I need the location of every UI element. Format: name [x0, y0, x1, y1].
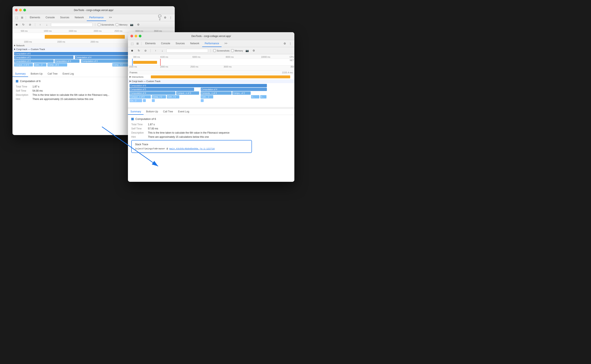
network-triangle-1: [14, 45, 15, 46]
window-controls-1: [15, 9, 26, 11]
screenshots-checkbox-2[interactable]: [213, 49, 216, 52]
flame-comp4a-2[interactable]: Computation of 4: [201, 88, 267, 91]
cursor-tool-2[interactable]: ⬚: [130, 41, 134, 46]
tab-bottomup-1[interactable]: Bottom-Up: [28, 71, 45, 77]
summary-row-selftime-2: Self Time 57.00 ms: [131, 127, 291, 130]
more-icon-2[interactable]: ⋮: [288, 41, 293, 46]
summary-row-desc-2: Description This is the time taken to ca…: [131, 131, 291, 134]
settings-perf-btn-1[interactable]: ⚙: [136, 22, 141, 27]
flame-comp6-2[interactable]: Computation of 6: [130, 84, 267, 87]
stack-trace-box-2: Stack Trace injectTimingsToBrowser @ mai…: [131, 140, 252, 153]
capture-btn-2[interactable]: 📷: [245, 48, 250, 53]
reload-btn-1[interactable]: ↻: [21, 22, 26, 27]
overview-track-2: NET: [128, 59, 294, 66]
tab-network-2[interactable]: Network: [188, 40, 202, 47]
flame-c1-2[interactable]: C...: [251, 95, 259, 98]
flame-com2-2[interactable]: Com... 2: [201, 95, 213, 98]
screenshots-checkbox-1[interactable]: [98, 23, 101, 26]
tab-sources-2[interactable]: Sources: [173, 40, 187, 47]
tab-bottomup-2[interactable]: Bottom-Up: [144, 109, 160, 115]
tab-network-1[interactable]: Network: [72, 14, 86, 21]
tab-performance-2[interactable]: Performance: [202, 40, 222, 47]
scrollbar-2[interactable]: [128, 107, 294, 109]
download-btn-2[interactable]: ↓: [160, 48, 165, 53]
flame-comp2a-1[interactable]: Com... 2: [34, 63, 46, 66]
flame-co2-2[interactable]: Co... 2: [130, 99, 142, 102]
main-tabs-2: ⬚ ⊞ Elements Console Sources Network Per…: [128, 40, 294, 47]
settings-icon-1[interactable]: ⚙: [163, 15, 168, 20]
cpu-bar-1: [45, 35, 125, 39]
frames-row-2: Frames 2155.4 ms: [128, 71, 294, 74]
maximize-button-1[interactable]: [23, 9, 26, 11]
flame-comf2-2[interactable]: Com...f 2: [167, 95, 179, 98]
chat-icon-1[interactable]: 💬 2: [157, 15, 162, 20]
address-input-2[interactable]: corgi-collage.vercel.app...: [166, 49, 208, 52]
tab-performance-1[interactable]: Performance: [87, 14, 106, 21]
capture-btn-1[interactable]: 📷: [129, 22, 134, 27]
address-input-1[interactable]: corgi-collage.vercel.app...: [51, 23, 93, 26]
flame-comp5-2[interactable]: Computation of 5: [130, 88, 194, 91]
sidebar-tool-2[interactable]: ⊞: [135, 41, 140, 46]
memory-checkbox-1[interactable]: [116, 23, 118, 26]
tab-calltree-2[interactable]: Call Tree: [161, 109, 175, 115]
settings-icon-2[interactable]: ⚙: [282, 41, 287, 46]
record-btn-2[interactable]: ⏺: [130, 48, 134, 53]
memory-check-1[interactable]: Memory: [116, 23, 128, 26]
flame-compn3-2[interactable]: Comput...n of 3: [176, 91, 199, 95]
memory-checkbox-2[interactable]: [231, 49, 234, 52]
flame-compf2-2[interactable]: Comp...f 2: [152, 95, 166, 98]
flame-comp2c-1[interactable]: Comp...f 2: [112, 63, 129, 66]
settings-perf-btn-2[interactable]: ⚙: [251, 48, 256, 53]
tab-console-2[interactable]: Console: [159, 40, 173, 47]
ruler-label-2000: 2000 ms: [94, 30, 101, 32]
clear-btn-2[interactable]: ⊘: [143, 48, 148, 53]
flame-compna3-2[interactable]: Computa...n of 3: [201, 91, 232, 95]
minimize-button-2[interactable]: [134, 35, 137, 37]
flame-comp3c-1[interactable]: Comput...n of 3: [14, 63, 33, 66]
tab-elements-2[interactable]: Elements: [143, 40, 158, 47]
screenshots-check-1[interactable]: Screenshots: [98, 23, 114, 26]
flame-comp4b-1[interactable]: Computation of 4: [14, 59, 54, 63]
interactions-row-2: Interactions: [128, 74, 294, 79]
flame-comp3b-1[interactable]: Computation of 3: [81, 59, 128, 63]
tab-elements-1[interactable]: Elements: [27, 14, 43, 21]
minimize-button-1[interactable]: [19, 9, 22, 11]
flame-comp2b-1[interactable]: Comp...of 2: [47, 63, 67, 66]
close-button-1[interactable]: [15, 9, 18, 11]
tab-sources-1[interactable]: Sources: [58, 14, 72, 21]
close-button-2[interactable]: [130, 35, 133, 37]
flame-comp5-1[interactable]: Computation of 5: [14, 56, 74, 59]
tab-summary-1[interactable]: Summary: [13, 71, 28, 77]
flame-comp6-1[interactable]: Computation of 6: [14, 52, 130, 55]
memory-check-2[interactable]: Memory: [231, 49, 243, 52]
upload-btn-2[interactable]: ↑: [153, 48, 158, 53]
clear-btn-1[interactable]: ⊘: [27, 22, 33, 27]
download-btn-1[interactable]: ↓: [44, 22, 49, 27]
flame-c2-2[interactable]: C...: [260, 95, 267, 98]
selftime-label-1: Self Time: [16, 89, 33, 92]
screenshots-check-2[interactable]: Screenshots: [213, 49, 229, 52]
flame-comp3a-1[interactable]: Computation of 3: [54, 59, 80, 63]
address-bar-2: ⏺ ↻ ⊘ ↑ ↓ corgi-collage.vercel.app... Sc…: [128, 47, 294, 54]
tab-more-2[interactable]: >>: [222, 40, 230, 47]
tab-more-1[interactable]: >>: [107, 14, 114, 21]
tab-eventlog-1[interactable]: Event Log: [60, 71, 76, 77]
flame-compn3b-2[interactable]: Comput...n of 3: [130, 95, 151, 98]
upload-btn-1[interactable]: ↑: [38, 22, 43, 27]
flame-comp4b-2[interactable]: Computation of 4: [130, 91, 175, 95]
tab-calltree-1[interactable]: Call Tree: [45, 71, 60, 77]
more-icon-1[interactable]: ⋮: [168, 15, 173, 20]
sidebar-tool-1[interactable]: ⊞: [20, 15, 25, 20]
stack-trace-link-2[interactable]: main.63cb5c4bde8be90a.js:1:122716: [169, 148, 215, 150]
flame-comp4a-1[interactable]: Computation of 4: [75, 56, 129, 59]
cursor-tool-1[interactable]: ⬚: [14, 15, 19, 20]
record-btn-1[interactable]: ⏺: [14, 22, 19, 27]
tab-eventlog-2[interactable]: Event Log: [175, 109, 192, 115]
tab-console-1[interactable]: Console: [43, 14, 57, 21]
tab-summary-2[interactable]: Summary: [128, 109, 144, 115]
reload-btn-2[interactable]: ↻: [136, 48, 141, 53]
maximize-button-2[interactable]: [139, 35, 141, 37]
ov-label-300: 300 ms: [133, 56, 140, 58]
flame-compo2-2[interactable]: Compu...of 2: [232, 91, 251, 95]
overview-ruler-2: 300 ms 4100 ms 6000 ms 8000 ms 10000 ms …: [128, 54, 294, 59]
